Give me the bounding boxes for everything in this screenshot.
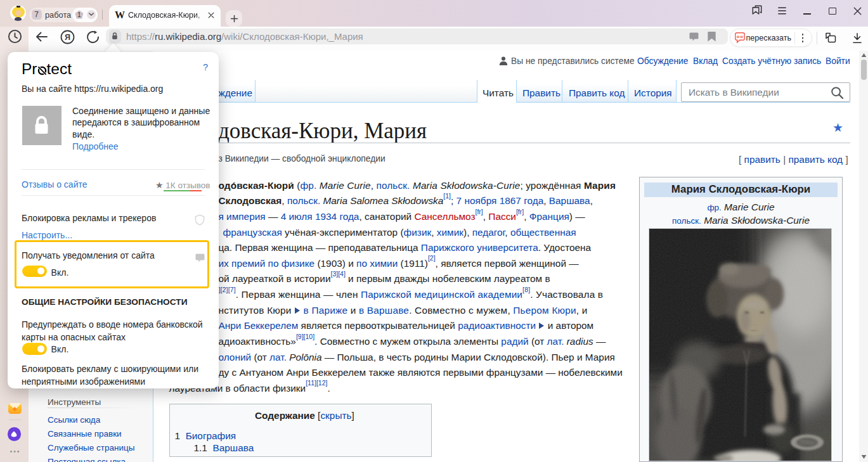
svg-text:««: «« bbox=[736, 33, 743, 40]
svg-text:1: 1 bbox=[77, 11, 81, 18]
svg-text:Я: Я bbox=[65, 33, 70, 42]
